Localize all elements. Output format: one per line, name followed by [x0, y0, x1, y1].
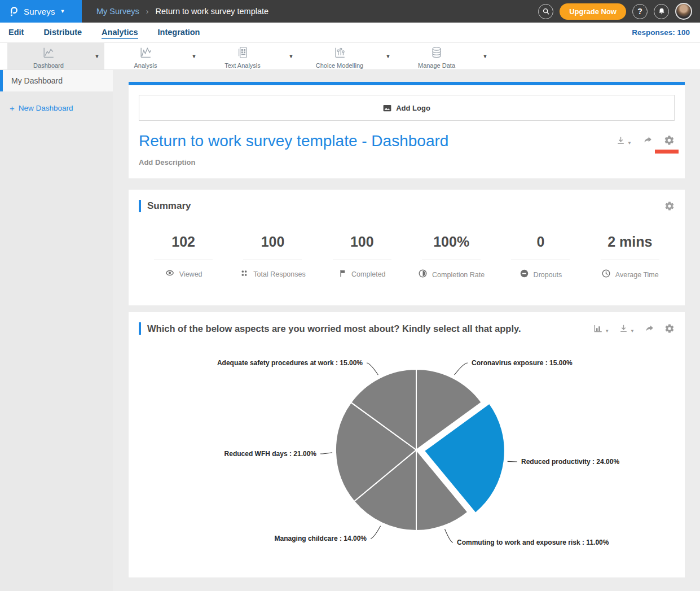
- stat-label: Average Time: [615, 271, 659, 279]
- summary-settings-button[interactable]: [664, 201, 675, 211]
- chevron-down-icon[interactable]: ▼: [478, 54, 492, 59]
- analysis-chart-icon: [138, 46, 153, 62]
- download-dashboard-button[interactable]: ▼: [616, 135, 632, 146]
- stat-viewed: 102Viewed: [139, 234, 228, 281]
- responses-count: Responses: 100: [632, 28, 690, 37]
- stat-completed: 100Completed: [318, 234, 407, 281]
- toolbar-item-label: Manage Data: [418, 62, 455, 69]
- help-button[interactable]: ?: [632, 4, 648, 19]
- text-analysis-icon: [236, 46, 249, 62]
- survey-nav: EditDistributeAnalyticsIntegration Respo…: [0, 23, 700, 43]
- image-icon: [383, 104, 391, 112]
- stat-value: 100: [318, 234, 407, 250]
- nav-tabs: EditDistributeAnalyticsIntegration: [8, 26, 200, 39]
- summary-title: Summary: [147, 200, 191, 212]
- nav-tab-analytics[interactable]: Analytics: [102, 26, 138, 39]
- accent-bar: [139, 200, 141, 212]
- breadcrumb-separator: ›: [146, 7, 149, 16]
- pie-leader-line: [371, 526, 381, 539]
- nav-tab-distribute[interactable]: Distribute: [43, 26, 82, 39]
- new-dashboard-button[interactable]: + New Dashboard: [10, 103, 113, 113]
- toolbar-item-text-analysis[interactable]: Text Analysis▼: [201, 43, 298, 69]
- toolbar-item-dashboard[interactable]: Dashboard▼: [7, 43, 104, 69]
- divider: [333, 260, 391, 260]
- stat-label: Completion Rate: [432, 271, 485, 279]
- breadcrumb-my-surveys[interactable]: My Surveys: [96, 7, 139, 16]
- sidebar-item-label: My Dashboard: [11, 76, 63, 85]
- chevron-down-icon[interactable]: ▼: [381, 54, 395, 59]
- pie-leader-line: [508, 461, 517, 462]
- plus-icon: +: [10, 103, 15, 113]
- chart-settings-button[interactable]: [664, 323, 675, 334]
- pie-leader-line: [320, 453, 332, 454]
- pie-label-managing-childcare: Managing childcare : 14.00%: [275, 535, 367, 542]
- database-icon: [430, 46, 443, 62]
- share-icon: [642, 135, 653, 145]
- user-avatar[interactable]: [675, 3, 692, 20]
- question-title: Which of the below aspects are you worri…: [147, 323, 521, 334]
- share-icon: [644, 324, 655, 334]
- stat-value: 100: [228, 234, 317, 250]
- chart-type-button[interactable]: ▼: [593, 323, 609, 334]
- download-icon: [616, 135, 626, 146]
- chevron-down-icon[interactable]: ▼: [284, 54, 298, 59]
- nav-tab-integration[interactable]: Integration: [158, 26, 200, 39]
- product-switcher[interactable]: Surveys ▼: [0, 0, 82, 23]
- chevron-down-icon: ▼: [627, 141, 632, 146]
- flag-icon: [338, 269, 347, 280]
- toolbar-item-choice-modelling[interactable]: Choice Modelling▼: [298, 43, 395, 69]
- product-label: Surveys: [24, 7, 55, 16]
- choice-modelling-icon: [332, 46, 347, 62]
- divider: [154, 260, 213, 260]
- analytics-toolbar: Dashboard▼Analysis▼Text Analysis▼Choice …: [0, 43, 700, 70]
- stat-total-responses: 100Total Responses: [228, 234, 317, 281]
- dashboard-chart-icon: [41, 46, 56, 62]
- settings-highlight-underline: [655, 150, 679, 154]
- stat-value: 102: [139, 234, 228, 250]
- stat-value: 0: [496, 234, 585, 250]
- add-logo-label: Add Logo: [396, 104, 430, 112]
- search-button[interactable]: [538, 4, 553, 19]
- chevron-down-icon[interactable]: ▼: [187, 54, 201, 59]
- grid-dots-icon: [240, 269, 249, 280]
- notifications-button[interactable]: [654, 4, 669, 19]
- toolbar-item-manage-data[interactable]: Manage Data▼: [395, 43, 492, 69]
- divider: [601, 260, 659, 260]
- dashboard-settings-button[interactable]: [664, 135, 675, 146]
- bell-icon: [658, 7, 666, 15]
- add-description-button[interactable]: Add Description: [139, 158, 675, 167]
- clock-icon: [601, 269, 611, 281]
- breadcrumb: My Surveys › Return to work survey templ…: [96, 7, 268, 16]
- summary-card: Summary 102Viewed100Total Responses100Co…: [129, 190, 685, 305]
- dashboard-main: Add Logo Return to work survey template …: [113, 70, 700, 591]
- add-logo-button[interactable]: Add Logo: [139, 95, 675, 121]
- nav-tab-edit[interactable]: Edit: [8, 26, 24, 39]
- stat-dropouts: 0Dropouts: [496, 234, 585, 281]
- pie-label-coronavirus-exposure: Coronavirus exposure : 15.00%: [472, 359, 573, 367]
- stat-average-time: 2 minsAverage Time: [585, 234, 675, 281]
- toolbar-item-analysis[interactable]: Analysis▼: [104, 43, 201, 69]
- breadcrumb-current: Return to work survey template: [155, 7, 268, 16]
- toolbar-item-label: Analysis: [134, 62, 157, 69]
- upgrade-now-button[interactable]: Upgrade Now: [560, 3, 626, 20]
- bar-chart-icon: [593, 323, 603, 334]
- pie-label-reduced-productivity: Reduced productivity : 24.00%: [521, 458, 619, 466]
- stat-value: 2 mins: [585, 234, 675, 250]
- chevron-down-icon: ▼: [60, 8, 65, 14]
- stat-label: Viewed: [179, 270, 202, 278]
- pie-leader-line: [445, 529, 454, 542]
- eye-icon: [165, 269, 175, 279]
- dashboard-sidebar: My Dashboard + New Dashboard: [0, 70, 113, 591]
- chevron-down-icon[interactable]: ▼: [90, 54, 104, 59]
- new-dashboard-label: New Dashboard: [19, 104, 73, 112]
- toolbar-item-label: Choice Modelling: [316, 62, 363, 69]
- summary-stats: 102Viewed100Total Responses100Completed1…: [139, 234, 675, 281]
- search-icon: [542, 7, 550, 15]
- stat-label: Completed: [351, 270, 385, 278]
- download-chart-button[interactable]: ▼: [619, 323, 635, 334]
- share-dashboard-button[interactable]: [642, 135, 653, 145]
- toolbar-item-label: Text Analysis: [224, 62, 261, 69]
- sidebar-item-my-dashboard[interactable]: My Dashboard: [0, 70, 113, 91]
- share-chart-button[interactable]: [644, 324, 655, 334]
- topbar-actions: Upgrade Now ?: [538, 3, 700, 20]
